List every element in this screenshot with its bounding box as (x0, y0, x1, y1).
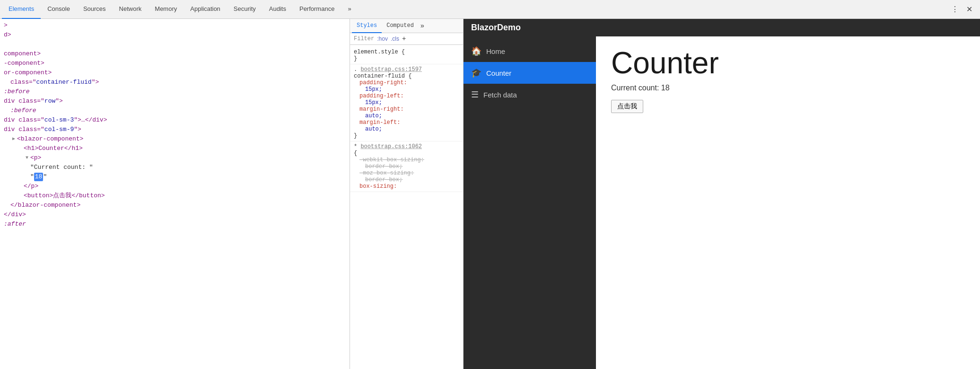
filter-pseudo-button[interactable]: :hov (377, 35, 388, 42)
dom-line: :after (0, 220, 350, 229)
styles-content: element.style { } . bootstrap.css:1597 c… (350, 45, 463, 369)
dom-line[interactable]: ▼ <p> (0, 153, 350, 163)
dom-line[interactable]: <h1>Counter</h1> (0, 144, 350, 153)
dom-line: component> (0, 49, 350, 59)
sidebar-item-home[interactable]: 🏠 Home (464, 40, 596, 62)
dom-line[interactable]: <button>点击我</button> (0, 191, 350, 201)
dom-line[interactable]: class="container-fluid"> (0, 78, 350, 87)
styles-more-icon[interactable]: » (419, 22, 426, 30)
dom-line: :before (0, 87, 350, 97)
filter-add-icon[interactable]: + (402, 35, 406, 43)
home-icon: 🏠 (471, 46, 481, 56)
sidebar-item-fetchdata-label: Fetch data (483, 91, 517, 99)
dom-line (0, 40, 350, 49)
dom-line: > (0, 21, 350, 30)
tab-network[interactable]: Network (113, 0, 149, 19)
dom-line: "Current count: " (0, 163, 350, 172)
filter-cls-button[interactable]: .cls (391, 35, 399, 42)
tab-sources[interactable]: Sources (77, 0, 113, 19)
dom-panel: > d> component> -component> or-component… (0, 19, 350, 369)
filter-label: Filter (354, 35, 374, 42)
devtools-tab-bar: Elements Console Sources Network Memory … (0, 0, 980, 19)
app-panel: BlazorDemo 🏠 Home 🎓 Counter ☰ Fetch data… (464, 19, 980, 369)
tab-memory[interactable]: Memory (148, 0, 184, 19)
dom-line: d> (0, 30, 350, 40)
dom-line: or-component> (0, 68, 350, 78)
tab-styles[interactable]: Styles (352, 19, 382, 33)
dom-line[interactable]: div class="row"> (0, 97, 350, 106)
tab-performance[interactable]: Performance (293, 0, 341, 19)
styles-tab-bar: Styles Computed » (350, 19, 463, 33)
app-sidebar: 🏠 Home 🎓 Counter ☰ Fetch data (464, 36, 596, 369)
counter-display: Current count: 18 (611, 84, 965, 92)
tab-computed[interactable]: Computed (382, 19, 419, 33)
dom-line: "18" (0, 172, 350, 182)
styles-filter-bar: Filter :hov .cls + (350, 33, 463, 45)
app-brand[interactable]: BlazorDemo (471, 23, 521, 33)
tab-more[interactable]: » (341, 0, 358, 19)
dom-line[interactable]: </blazor-component> (0, 201, 350, 210)
app-layout: 🏠 Home 🎓 Counter ☰ Fetch data Counter Cu… (464, 36, 980, 369)
dom-line: </div> (0, 210, 350, 220)
sidebar-item-fetchdata[interactable]: ☰ Fetch data (464, 84, 596, 105)
devtools-close-icon[interactable]: ✕ (964, 3, 974, 16)
sidebar-item-home-label: Home (486, 47, 505, 55)
sidebar-item-counter[interactable]: 🎓 Counter (464, 62, 596, 84)
tab-audits[interactable]: Audits (262, 0, 293, 19)
bootstrap-link-1597[interactable]: bootstrap.css:1597 (360, 66, 422, 73)
devtools-menu-icon[interactable]: ⋮ (949, 3, 961, 16)
styles-rule-element: element.style { } (350, 47, 463, 64)
dom-line[interactable]: div class="col-sm-3">…</div> (0, 115, 350, 125)
page-title: Counter (611, 48, 965, 78)
devtools-main: > d> component> -component> or-component… (0, 19, 980, 369)
styles-rule-bootstrap-1597: . bootstrap.css:1597 container-fluid { p… (350, 64, 463, 141)
app-navbar: BlazorDemo (464, 19, 980, 36)
bootstrap-link-1062[interactable]: bootstrap.css:1062 (360, 143, 422, 150)
dom-line[interactable]: ▶ <blazor-component> (0, 134, 350, 144)
tab-elements[interactable]: Elements (2, 0, 41, 19)
dom-line: :before (0, 106, 350, 115)
app-content: Counter Current count: 18 点击我 (596, 36, 980, 369)
tab-console[interactable]: Console (41, 0, 77, 19)
dom-line[interactable]: div class="col-sm-9"> (0, 125, 350, 134)
styles-panel: Styles Computed » Filter :hov .cls + ele… (350, 19, 464, 369)
tab-application[interactable]: Application (184, 0, 227, 19)
click-me-button[interactable]: 点击我 (611, 100, 643, 113)
sidebar-item-counter-label: Counter (486, 69, 511, 77)
tab-security[interactable]: Security (227, 0, 262, 19)
fetchdata-icon: ☰ (471, 89, 479, 100)
counter-icon: 🎓 (471, 68, 481, 78)
dom-line: -component> (0, 59, 350, 68)
dom-line: </p> (0, 182, 350, 191)
styles-rule-bootstrap-1062: * bootstrap.css:1062 { -webkit-box-sizin… (350, 141, 463, 192)
